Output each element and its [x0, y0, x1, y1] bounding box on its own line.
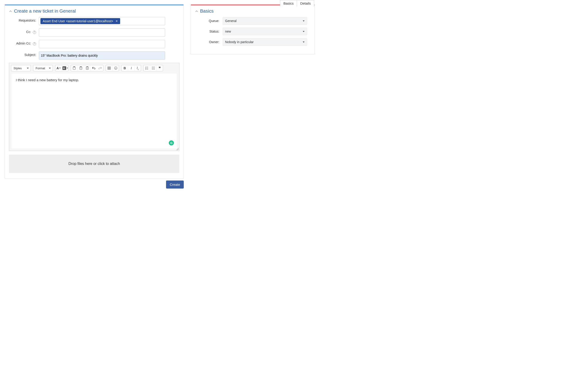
blockquote-button[interactable]: ❞ [156, 65, 163, 71]
format-select[interactable]: Format [33, 65, 52, 71]
panel-title: Create a new ticket in General [14, 8, 76, 14]
svg-point-16 [152, 68, 152, 68]
svg-text:T: T [80, 68, 81, 69]
remove-requestor-icon[interactable]: ✕ [115, 19, 118, 23]
chevron-down-icon [303, 31, 304, 32]
italic-button[interactable]: I [128, 65, 134, 71]
admincc-help-icon[interactable]: ? [33, 42, 36, 45]
svg-point-17 [152, 69, 152, 69]
admincc-label: Admin Cc: [16, 42, 31, 45]
bg-color-button[interactable]: A [62, 65, 68, 71]
requestor-chip: Asset End User <asset-tutorial-user1@loc… [40, 18, 120, 24]
chevron-down-icon [303, 42, 304, 43]
paste-text-button[interactable]: T [78, 65, 84, 71]
svg-rect-8 [108, 67, 111, 69]
requestor-chip-text: Asset End User <asset-tutorial-user1@loc… [43, 19, 113, 23]
paste-word-button[interactable]: W [84, 65, 90, 71]
chevron-down-icon [303, 20, 304, 22]
subject-field[interactable] [39, 51, 165, 60]
owner-select[interactable]: Nobody in particular [223, 38, 307, 46]
svg-point-9 [114, 67, 117, 69]
queue-select[interactable]: General [223, 17, 307, 25]
tab-details[interactable]: Details [297, 0, 314, 6]
requestors-input[interactable]: Asset End User <asset-tutorial-user1@loc… [39, 17, 165, 25]
bold-button[interactable]: B [121, 65, 128, 71]
clear-format-button[interactable]: Ix [134, 65, 141, 71]
unordered-list-button[interactable] [150, 65, 156, 71]
status-label: Status: [195, 30, 223, 33]
subject-input[interactable] [40, 53, 164, 58]
svg-text:W: W [86, 68, 88, 69]
undo-button[interactable] [90, 65, 97, 71]
cc-input[interactable] [39, 28, 165, 37]
cc-label: Cc: [26, 30, 31, 34]
editor-content[interactable]: I think I need a new battery for my lapt… [11, 73, 177, 149]
svg-point-10 [115, 68, 115, 68]
emoji-button[interactable] [112, 65, 119, 71]
editor-toolbar: Styles Format A A [9, 63, 179, 73]
svg-rect-3 [80, 67, 82, 67]
redo-button[interactable] [97, 65, 103, 71]
attachment-dropzone[interactable]: Drop files here or click to attach [9, 155, 179, 173]
cc-text-input[interactable] [40, 30, 164, 35]
grammarly-icon[interactable]: G [169, 140, 174, 145]
svg-text:3: 3 [145, 69, 146, 70]
cc-help-icon[interactable]: ? [33, 31, 36, 34]
collapse-toggle-icon[interactable] [9, 10, 12, 13]
side-tabs: Basics Details [280, 0, 314, 6]
basics-panel: Basics Queue: General Status: new [191, 5, 315, 54]
styles-select[interactable]: Styles [11, 65, 31, 71]
svg-point-15 [152, 67, 152, 67]
resize-handle-icon[interactable] [176, 148, 179, 150]
requestors-label: Requestors: [9, 17, 39, 22]
admincc-input[interactable] [39, 40, 165, 48]
paste-button[interactable] [71, 65, 78, 71]
queue-label: Queue: [195, 19, 223, 23]
status-select[interactable]: new [223, 27, 307, 35]
side-panel-title: Basics [200, 8, 214, 14]
svg-rect-6 [86, 67, 88, 67]
owner-label: Owner: [195, 40, 223, 44]
admincc-text-input[interactable] [40, 41, 164, 47]
subject-label: Subject: [9, 51, 39, 57]
text-color-button[interactable]: A [55, 65, 62, 71]
svg-point-11 [116, 68, 116, 68]
collapse-toggle-icon[interactable] [195, 10, 198, 13]
table-button[interactable] [106, 65, 112, 71]
ordered-list-button[interactable]: 123 [144, 65, 150, 71]
svg-rect-1 [73, 67, 75, 67]
create-button[interactable]: Create [166, 181, 184, 189]
create-ticket-panel: Create a new ticket in General Requestor… [5, 5, 184, 179]
rich-text-editor: Styles Format A A [9, 63, 179, 151]
tab-basics[interactable]: Basics [280, 0, 297, 6]
